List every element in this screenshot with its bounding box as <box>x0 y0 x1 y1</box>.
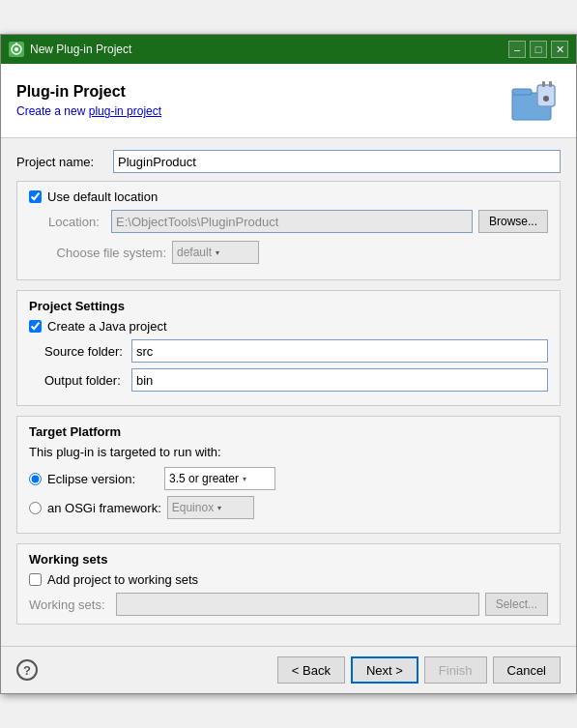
plugin-icon <box>510 75 561 126</box>
close-button[interactable]: ✕ <box>551 41 568 58</box>
filesystem-label: Choose file system: <box>48 246 172 260</box>
svg-rect-7 <box>549 81 552 87</box>
filesystem-row: Choose file system: default ▾ <box>29 241 548 264</box>
main-content: Project name: Use default location Locat… <box>1 138 576 646</box>
window-icon <box>9 42 24 57</box>
header-text: Plug-in Project Create a new plug-in pro… <box>16 83 161 118</box>
use-default-location-checkbox[interactable] <box>29 190 42 203</box>
osgi-framework-value: Equinox <box>172 501 214 514</box>
add-to-working-sets-row: Add project to working sets <box>29 572 548 587</box>
minimize-button[interactable]: – <box>508 41 526 58</box>
add-working-sets-checkbox[interactable] <box>29 573 42 586</box>
source-folder-label: Source folder: <box>44 344 131 359</box>
project-name-label: Project name: <box>16 155 113 169</box>
working-sets-input-row: Working sets: Select... <box>29 593 548 616</box>
titlebar-controls: – □ ✕ <box>508 41 568 58</box>
titlebar: New Plug-in Project – □ ✕ <box>1 35 576 64</box>
header-subtitle: Create a new plug-in project <box>16 104 161 118</box>
create-java-label: Create a Java project <box>47 319 167 334</box>
footer-buttons: < Back Next > Finish Cancel <box>277 656 561 684</box>
working-sets-label: Working sets <box>29 552 548 567</box>
location-label: Location: <box>48 215 111 229</box>
eclipse-version-row: Eclipse version: 3.5 or greater ▾ <box>29 467 548 490</box>
next-button[interactable]: Next > <box>351 656 418 684</box>
project-name-input[interactable] <box>113 150 561 173</box>
target-platform-label: Target Platform <box>29 424 548 439</box>
use-default-location-label: Use default location <box>47 189 158 204</box>
osgi-framework-radio[interactable] <box>29 502 42 514</box>
working-sets-input[interactable] <box>116 593 479 616</box>
filesystem-value: default <box>177 246 212 259</box>
browse-button[interactable]: Browse... <box>478 210 548 233</box>
source-folder-row: Source folder: <box>29 339 548 363</box>
output-folder-row: Output folder: <box>29 368 548 392</box>
eclipse-version-value: 3.5 or greater <box>169 472 239 485</box>
output-folder-input[interactable] <box>131 368 548 392</box>
project-settings-label: Project Settings <box>29 299 548 313</box>
svg-point-1 <box>14 47 18 51</box>
eclipse-version-label: Eclipse version: <box>47 472 159 486</box>
create-java-row: Create a Java project <box>29 319 548 334</box>
create-java-checkbox[interactable] <box>29 320 42 333</box>
project-settings-section: Use default location Location: Browse...… <box>16 181 561 280</box>
filesystem-arrow-icon: ▾ <box>216 248 219 257</box>
project-name-row: Project name: <box>16 150 561 173</box>
svg-rect-4 <box>512 89 532 95</box>
select-working-sets-button[interactable]: Select... <box>485 593 548 616</box>
page-title: Plug-in Project <box>16 83 161 101</box>
svg-rect-6 <box>542 81 545 87</box>
filesystem-select[interactable]: default ▾ <box>172 241 259 264</box>
help-button[interactable]: ? <box>16 659 38 681</box>
output-folder-label: Output folder: <box>44 373 131 388</box>
main-window: New Plug-in Project – □ ✕ Plug-in Projec… <box>0 34 577 694</box>
osgi-arrow-icon: ▾ <box>217 504 221 512</box>
back-button[interactable]: < Back <box>277 656 345 684</box>
target-platform-section: Target Platform This plug-in is targeted… <box>16 416 561 534</box>
location-row: Location: Browse... <box>29 210 548 233</box>
subtitle-prefix: Create a new <box>16 104 89 118</box>
working-sets-section: Working sets Add project to working sets… <box>16 543 561 625</box>
footer-left: ? <box>16 659 38 681</box>
header-section: Plug-in Project Create a new plug-in pro… <box>1 64 576 138</box>
location-input[interactable] <box>111 210 473 233</box>
target-platform-desc: This plug-in is targeted to run with: <box>29 445 548 459</box>
svg-point-8 <box>543 96 549 102</box>
eclipse-version-arrow-icon: ▾ <box>243 475 246 483</box>
osgi-framework-label: an OSGi framework: <box>47 501 161 515</box>
titlebar-left: New Plug-in Project <box>9 42 131 57</box>
java-settings-section: Project Settings Create a Java project S… <box>16 290 561 406</box>
restore-button[interactable]: □ <box>530 41 547 58</box>
subtitle-link[interactable]: plug-in project <box>89 104 161 118</box>
use-default-location-row: Use default location <box>29 189 548 204</box>
eclipse-version-select[interactable]: 3.5 or greater ▾ <box>164 467 275 490</box>
working-sets-field-label: Working sets: <box>29 597 116 612</box>
add-working-sets-label: Add project to working sets <box>47 572 198 587</box>
source-folder-input[interactable] <box>131 339 548 363</box>
osgi-framework-row: an OSGi framework: Equinox ▾ <box>29 496 548 519</box>
window-title: New Plug-in Project <box>30 43 131 56</box>
osgi-framework-select[interactable]: Equinox ▾ <box>167 496 254 519</box>
finish-button[interactable]: Finish <box>424 656 487 684</box>
eclipse-version-radio[interactable] <box>29 473 42 485</box>
footer: ? < Back Next > Finish Cancel <box>1 646 576 693</box>
cancel-button[interactable]: Cancel <box>493 656 561 684</box>
